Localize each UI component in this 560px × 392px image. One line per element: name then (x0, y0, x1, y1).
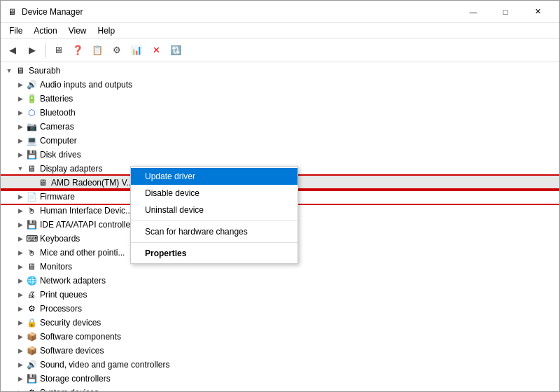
tree-root[interactable]: ▼ 🖥 Saurabh (1, 64, 559, 78)
toolbar-sep-1 (45, 43, 46, 57)
ctx-scan[interactable]: Scan for hardware changes (131, 223, 298, 240)
print-expander: ▶ (15, 289, 26, 300)
maximize-button[interactable]: □ (489, 1, 522, 23)
tree-item-network[interactable]: ▶ 🌐 Network adapters (1, 274, 559, 288)
cameras-expander: ▶ (15, 121, 26, 132)
cameras-label: Cameras (40, 122, 559, 132)
tree-item-batteries[interactable]: ▶ 🔋 Batteries (1, 92, 559, 106)
ide-label: IDE ATA/ATAPI controlle... (40, 220, 559, 230)
firmware-expander: ▶ (15, 191, 26, 202)
minimize-button[interactable]: — (457, 1, 489, 23)
content-area: ▼ 🖥 Saurabh ▶ 🔊 Audio inputs and outputs… (1, 62, 559, 391)
menu-view[interactable]: View (63, 24, 92, 37)
toolbar-computer[interactable]: 🖥 (49, 41, 67, 59)
processors-icon: ⚙ (26, 303, 37, 314)
hid-expander: ▶ (15, 205, 26, 216)
monitors-expander: ▶ (15, 261, 26, 272)
storage-icon: 💾 (26, 373, 37, 384)
close-button[interactable]: ✕ (522, 1, 554, 23)
disk-icon: 💾 (26, 149, 37, 160)
tree-item-security[interactable]: ▶ 🔒 Security devices (1, 316, 559, 330)
keyboards-icon: ⌨ (26, 233, 37, 244)
toolbar-back[interactable]: ◀ (4, 41, 22, 59)
sysdev-label: System devices (40, 388, 559, 391)
disk-expander: ▶ (15, 149, 26, 160)
mice-icon: 🖱 (26, 247, 37, 258)
ctx-properties[interactable]: Properties (131, 245, 298, 262)
menu-help[interactable]: Help (92, 24, 121, 37)
softdev-expander: ▶ (15, 345, 26, 356)
softdev-icon: 📦 (26, 345, 37, 356)
sound-expander: ▶ (15, 359, 26, 370)
print-label: Print queues (40, 290, 559, 300)
sysdev-icon: ⚙ (26, 387, 37, 391)
computer-expander: ▶ (15, 135, 26, 146)
hid-icon: 🖱 (26, 205, 37, 216)
batteries-label: Batteries (40, 94, 559, 104)
ctx-update-driver[interactable]: Update driver (131, 168, 298, 185)
ctx-disable[interactable]: Disable device (131, 185, 298, 202)
toolbar-settings[interactable]: ⚙ (108, 41, 126, 59)
network-icon: 🌐 (26, 275, 37, 286)
menu-action[interactable]: Action (28, 24, 62, 37)
audio-expander: ▶ (15, 79, 26, 90)
toolbar-help[interactable]: ❓ (69, 41, 87, 59)
softdev-label: Software devices (40, 346, 559, 356)
network-label: Network adapters (40, 276, 559, 286)
disk-label: Disk drives (40, 150, 559, 160)
sound-icon: 🔊 (26, 359, 37, 370)
print-icon: 🖨 (26, 289, 37, 300)
tree-item-softdev[interactable]: ▶ 📦 Software devices (1, 344, 559, 358)
toolbar-forward[interactable]: ▶ (23, 41, 41, 59)
root-expander: ▼ (4, 65, 15, 76)
storage-label: Storage controllers (40, 374, 559, 384)
tree-item-cameras[interactable]: ▶ 📷 Cameras (1, 120, 559, 134)
tree-item-audio[interactable]: ▶ 🔊 Audio inputs and outputs (1, 78, 559, 92)
computer-icon: 💻 (26, 135, 37, 146)
ctx-uninstall[interactable]: Uninstall device (131, 202, 298, 218)
audio-label: Audio inputs and outputs (40, 80, 559, 90)
tree-item-storage[interactable]: ▶ 💾 Storage controllers (1, 372, 559, 386)
ctx-sep-2 (131, 242, 298, 243)
ctx-sep-1 (131, 220, 298, 221)
toolbar: ◀ ▶ 🖥 ❓ 📋 ⚙ 📊 ✕ 🔃 (1, 38, 559, 62)
title-bar: 🖥 Device Manager — □ ✕ (1, 1, 559, 23)
batteries-icon: 🔋 (26, 93, 37, 104)
network-expander: ▶ (15, 275, 26, 286)
toolbar-remove[interactable]: ✕ (147, 41, 165, 59)
storage-expander: ▶ (15, 373, 26, 384)
security-icon: 🔒 (26, 317, 37, 328)
toolbar-refresh[interactable]: 🔃 (167, 41, 185, 59)
display-expander: ▼ (15, 163, 26, 174)
softcomp-icon: 📦 (26, 331, 37, 342)
sound-label: Sound, video and game controllers (40, 360, 559, 370)
tree-item-computer[interactable]: ▶ 💻 Computer (1, 134, 559, 148)
tree-item-processors[interactable]: ▶ ⚙ Processors (1, 302, 559, 316)
mice-label: Mice and other pointi... (40, 248, 559, 258)
ide-expander: ▶ (15, 219, 26, 230)
batteries-expander: ▶ (15, 93, 26, 104)
toolbar-chart[interactable]: 📊 (127, 41, 146, 59)
amd-label: AMD Radeon(TM) V... (51, 178, 559, 188)
cameras-icon: 📷 (26, 121, 37, 132)
window-title: Device Manager (22, 7, 457, 17)
softcomp-label: Software components (40, 332, 559, 342)
window-controls: — □ ✕ (457, 1, 554, 23)
device-manager-window: 🖥 Device Manager — □ ✕ File Action View … (0, 0, 560, 392)
toolbar-list[interactable]: 📋 (88, 41, 106, 59)
tree-item-print[interactable]: ▶ 🖨 Print queues (1, 288, 559, 302)
tree-item-softcomp[interactable]: ▶ 📦 Software components (1, 330, 559, 344)
monitors-icon: 🖥 (26, 261, 37, 272)
menu-bar: File Action View Help (1, 23, 559, 38)
menu-file[interactable]: File (4, 24, 28, 37)
keyboards-expander: ▶ (15, 233, 26, 244)
tree-item-disk[interactable]: ▶ 💾 Disk drives (1, 148, 559, 162)
keyboards-label: Keyboards (40, 234, 559, 244)
display-icon: 🖥 (26, 163, 37, 174)
tree-item-sysdev[interactable]: ▶ ⚙ System devices (1, 386, 559, 391)
bluetooth-icon: ⬡ (26, 107, 37, 118)
mice-expander: ▶ (15, 247, 26, 258)
tree-item-bluetooth[interactable]: ▶ ⬡ Bluetooth (1, 106, 559, 120)
tree-item-sound[interactable]: ▶ 🔊 Sound, video and game controllers (1, 358, 559, 372)
root-icon: 🖥 (15, 65, 26, 76)
